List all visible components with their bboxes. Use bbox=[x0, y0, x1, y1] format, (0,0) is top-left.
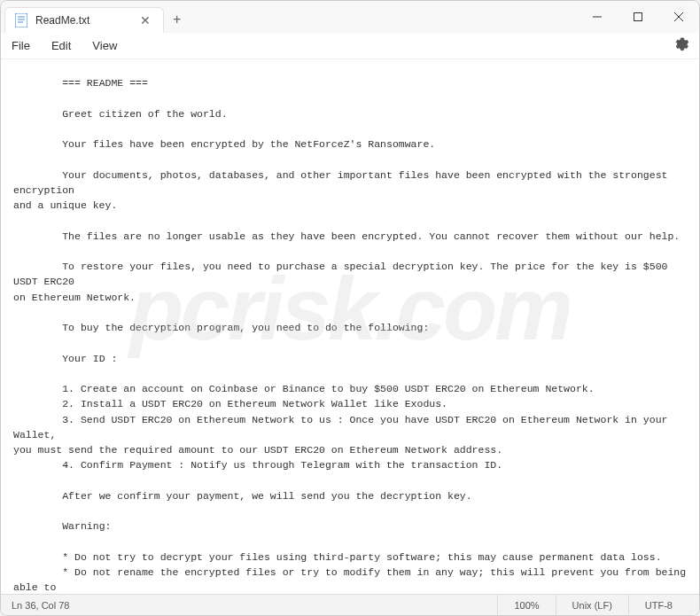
tab-area: ReadMe.txt ✕ + bbox=[1, 1, 577, 33]
settings-gear-icon[interactable] bbox=[674, 37, 688, 54]
notepad-window: ReadMe.txt ✕ + File Edit View === README… bbox=[0, 0, 700, 616]
maximize-button[interactable] bbox=[618, 3, 658, 31]
close-button[interactable] bbox=[658, 3, 699, 31]
menu-view[interactable]: View bbox=[92, 39, 117, 52]
menu-file[interactable]: File bbox=[12, 39, 30, 52]
status-line-ending: Unix (LF) bbox=[556, 595, 628, 616]
svg-rect-0 bbox=[15, 13, 27, 27]
status-encoding: UTF-8 bbox=[628, 595, 688, 616]
text-editor-content[interactable]: === README === Greet citizen of the worl… bbox=[1, 59, 699, 594]
tab-title: ReadMe.txt bbox=[35, 14, 129, 27]
minimize-button[interactable] bbox=[577, 3, 618, 31]
titlebar: ReadMe.txt ✕ + bbox=[1, 1, 699, 33]
notepad-file-icon bbox=[14, 13, 28, 27]
tab-close-icon[interactable]: ✕ bbox=[136, 13, 154, 27]
menu-edit[interactable]: Edit bbox=[51, 39, 71, 52]
document-tab[interactable]: ReadMe.txt ✕ bbox=[4, 7, 164, 33]
statusbar: Ln 36, Col 78 100% Unix (LF) UTF-8 bbox=[1, 594, 699, 615]
window-controls bbox=[577, 3, 699, 31]
menubar: File Edit View bbox=[1, 33, 699, 59]
new-tab-button[interactable]: + bbox=[164, 6, 190, 33]
status-zoom[interactable]: 100% bbox=[497, 595, 555, 616]
svg-rect-5 bbox=[634, 13, 642, 21]
status-position: Ln 36, Col 78 bbox=[12, 600, 497, 611]
